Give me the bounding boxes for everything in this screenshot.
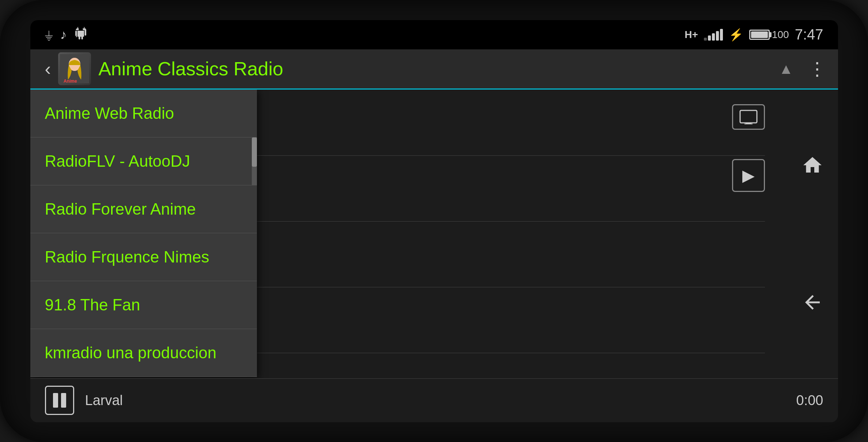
back-nav-button[interactable] <box>798 288 827 317</box>
dropdown-item-1[interactable]: RadioFLV - AutooDJ <box>30 137 257 185</box>
dropdown-item-4[interactable]: 91.8 The Fan <box>30 281 257 329</box>
phone-frame: ⏚ ♪ H+ ⚡ <box>0 0 868 442</box>
top-right-buttons: ▶ <box>732 97 765 192</box>
screen-toggle-button[interactable] <box>732 104 765 130</box>
bottom-bar: Larval 0:00 <box>30 378 838 422</box>
dropdown-item-label-0: Anime Web Radio <box>45 104 174 122</box>
nav-buttons <box>798 90 827 378</box>
time-display: 7:47 <box>795 26 823 43</box>
battery-percent: 100 <box>772 29 789 41</box>
usb-icon: ⏚ <box>45 27 53 42</box>
dropdown-item-0[interactable]: Anime Web Radio <box>30 90 257 137</box>
app-title: Anime Classics Radio <box>98 58 779 80</box>
status-right-icons: H+ ⚡ 100 7:47 <box>685 26 823 43</box>
app-logo-inner: Anime <box>58 52 91 85</box>
pause-bar-left <box>53 393 58 408</box>
battery-container: 100 <box>749 29 789 41</box>
scrollbar-thumb <box>252 137 257 167</box>
dropdown-item-label-1: RadioFLV - AutooDJ <box>45 152 190 170</box>
home-button[interactable] <box>798 151 827 180</box>
dropdown-item-label-3: Radio Frquence Nimes <box>45 248 209 266</box>
signal-bars <box>704 29 723 41</box>
pause-button[interactable] <box>45 386 74 415</box>
pause-bar-right <box>61 393 66 408</box>
dropdown-item-label-2: Radio Forever Anime <box>45 200 196 218</box>
dropdown-item-2[interactable]: Radio Forever Anime <box>30 185 257 233</box>
play-button[interactable]: ▶ <box>732 159 765 192</box>
overflow-menu-button[interactable]: ⋮ <box>804 54 831 83</box>
back-button[interactable]: ‹ <box>38 54 58 83</box>
svg-rect-5 <box>744 124 753 124</box>
battery-icon <box>749 30 770 40</box>
status-bar: ⏚ ♪ H+ ⚡ <box>30 20 838 49</box>
android-icon <box>74 26 87 43</box>
screen: ⏚ ♪ H+ ⚡ <box>30 20 838 422</box>
dropdown-item-label-4: 91.8 The Fan <box>45 296 140 314</box>
dropdown-list: Anime Web Radio RadioFLV - AutooDJ Radio… <box>30 90 257 377</box>
bottom-time: 0:00 <box>796 393 823 408</box>
hp-label: H+ <box>685 29 698 41</box>
scrollbar-track <box>252 137 257 185</box>
svg-rect-3 <box>740 110 757 123</box>
music-icon: ♪ <box>60 27 67 42</box>
main-content: Play Anime Web Radio RadioFLV - AutooDJ … <box>30 90 838 378</box>
play-triangle-icon: ▶ <box>742 166 755 185</box>
battery-fill <box>751 31 768 38</box>
bottom-label: Larval <box>85 393 796 408</box>
dropdown-arrow-icon[interactable]: ▲ <box>779 61 793 77</box>
dropdown-item-3[interactable]: Radio Frquence Nimes <box>30 233 257 281</box>
dropdown-item-label-5: kmradio una produccion <box>45 344 217 362</box>
dropdown-item-5[interactable]: kmradio una produccion <box>30 329 257 377</box>
app-logo: Anime <box>58 52 91 85</box>
svg-text:Anime: Anime <box>64 79 77 83</box>
lightning-icon: ⚡ <box>729 28 743 42</box>
app-header: ‹ Anime Anime Classics Radio ▲ <box>30 49 838 90</box>
status-icons: ⏚ ♪ <box>45 26 87 43</box>
